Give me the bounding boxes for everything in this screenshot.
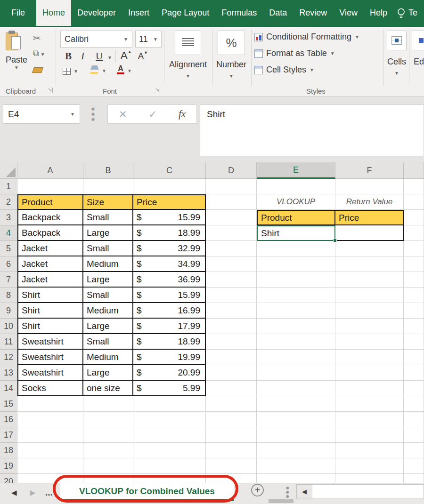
cell-C20[interactable]	[133, 474, 206, 483]
cell-D7[interactable]	[206, 272, 257, 288]
underline-button[interactable]: U	[96, 50, 103, 62]
cell-F7[interactable]	[335, 272, 404, 288]
cell-C16[interactable]	[133, 412, 206, 427]
tab-help[interactable]: Help	[364, 0, 393, 26]
cell-A10[interactable]: Shirt	[17, 319, 83, 334]
cell-A16[interactable]	[17, 412, 83, 427]
column-header-d[interactable]: D	[206, 162, 257, 179]
column-header-b[interactable]: B	[83, 162, 133, 179]
cell-B2[interactable]: Size	[83, 194, 133, 210]
cell-F3[interactable]: Price	[335, 210, 404, 225]
sheet-nav-right[interactable]: ▶	[30, 483, 36, 502]
borders-button[interactable]: ▼	[63, 68, 78, 75]
cell-D15[interactable]	[206, 396, 257, 412]
cell-F9[interactable]	[335, 303, 404, 319]
cell-C19[interactable]	[133, 458, 206, 474]
cell-D6[interactable]	[206, 256, 257, 272]
cell-E4[interactable]: Shirt	[257, 225, 335, 241]
cell-A11[interactable]: Sweatshirt	[17, 334, 83, 350]
cell-B1[interactable]	[83, 179, 133, 194]
cell-D19[interactable]	[206, 458, 257, 474]
cell-E12[interactable]	[257, 350, 335, 365]
sheet-more-tabs[interactable]: ...	[45, 483, 53, 502]
cell-A18[interactable]	[17, 443, 83, 458]
cell-F1[interactable]	[335, 179, 404, 194]
cell-partial-18[interactable]	[404, 443, 424, 458]
row-header-10[interactable]: 10	[0, 319, 17, 334]
row-header-17[interactable]: 17	[0, 427, 17, 443]
cell-A13[interactable]: Sweatshirt	[17, 365, 83, 381]
cell-F8[interactable]	[335, 288, 404, 303]
cell-B14[interactable]: one size	[83, 381, 133, 396]
tab-developer[interactable]: Developer	[71, 0, 122, 26]
cell-partial-6[interactable]	[404, 256, 424, 272]
italic-button[interactable]: I	[81, 50, 84, 62]
cell-A7[interactable]: Jacket	[17, 272, 83, 288]
cell-F12[interactable]	[335, 350, 404, 365]
insert-function-icon[interactable]: fx	[179, 108, 186, 120]
cell-partial-11[interactable]	[404, 334, 424, 350]
cell-D16[interactable]	[206, 412, 257, 427]
cell-F19[interactable]	[335, 458, 404, 474]
cut-button[interactable]: ✂	[33, 32, 41, 44]
row-header-3[interactable]: 3	[0, 210, 17, 225]
column-header-a[interactable]: A	[17, 162, 83, 179]
row-header-11[interactable]: 11	[0, 334, 17, 350]
cell-E3[interactable]: Product	[257, 210, 335, 225]
cell-C14[interactable]: $5.99	[133, 381, 206, 396]
cell-E6[interactable]	[257, 256, 335, 272]
cell-C1[interactable]	[133, 179, 206, 194]
cell-B15[interactable]	[83, 396, 133, 412]
cell-F20[interactable]	[335, 474, 404, 483]
tab-file[interactable]: File	[0, 0, 36, 26]
cell-A3[interactable]: Backpack	[17, 210, 83, 225]
cell-A20[interactable]	[17, 474, 83, 483]
cell-B19[interactable]	[83, 458, 133, 474]
format-painter-button[interactable]	[33, 67, 42, 73]
name-box[interactable]: E4 ▼	[3, 104, 80, 124]
row-header-8[interactable]: 8	[0, 288, 17, 303]
cell-D12[interactable]	[206, 350, 257, 365]
row-header-4[interactable]: 4	[0, 225, 17, 241]
row-header-20[interactable]: 20	[0, 474, 17, 483]
paste-dropdown-arrow[interactable]: ▼	[6, 65, 27, 70]
cell-partial-19[interactable]	[404, 458, 424, 474]
cell-partial-8[interactable]	[404, 288, 424, 303]
cell-C18[interactable]	[133, 443, 206, 458]
scroll-left-icon[interactable]: ◀	[297, 485, 312, 498]
cell-D11[interactable]	[206, 334, 257, 350]
grow-font-button[interactable]: A▲	[121, 49, 132, 62]
cell-A2[interactable]: Product	[17, 194, 83, 210]
cell-B20[interactable]	[83, 474, 133, 483]
cell-A19[interactable]	[17, 458, 83, 474]
cell-B16[interactable]	[83, 412, 133, 427]
cell-A1[interactable]	[17, 179, 83, 194]
cell-E17[interactable]	[257, 427, 335, 443]
cell-B18[interactable]	[83, 443, 133, 458]
cell-F10[interactable]	[335, 319, 404, 334]
cell-E16[interactable]	[257, 412, 335, 427]
cell-partial-9[interactable]	[404, 303, 424, 319]
cell-D9[interactable]	[206, 303, 257, 319]
underline-dropdown-arrow[interactable]: ▼	[107, 55, 112, 60]
cell-C4[interactable]: $18.99	[133, 225, 206, 241]
cell-B10[interactable]: Large	[83, 319, 133, 334]
cell-A15[interactable]	[17, 396, 83, 412]
clipboard-dialog-launcher[interactable]: ↘	[47, 88, 53, 93]
shrink-font-button[interactable]: A▼	[138, 50, 148, 61]
cell-F5[interactable]	[335, 241, 404, 256]
tab-page-layout[interactable]: Page Layout	[155, 0, 215, 26]
row-header-19[interactable]: 19	[0, 458, 17, 474]
format-as-table-button[interactable]: Format as Table ▼	[254, 48, 335, 58]
cell-D20[interactable]	[206, 474, 257, 483]
row-header-6[interactable]: 6	[0, 256, 17, 272]
row-header-2[interactable]: 2	[0, 194, 17, 210]
cell-D13[interactable]	[206, 365, 257, 381]
cell-A9[interactable]: Shirt	[17, 303, 83, 319]
column-header-e[interactable]: E	[257, 162, 335, 179]
cell-B9[interactable]: Medium	[83, 303, 133, 319]
cell-C17[interactable]	[133, 427, 206, 443]
cell-D3[interactable]	[206, 210, 257, 225]
cell-D8[interactable]	[206, 288, 257, 303]
tell-me[interactable]: Te	[393, 0, 417, 26]
